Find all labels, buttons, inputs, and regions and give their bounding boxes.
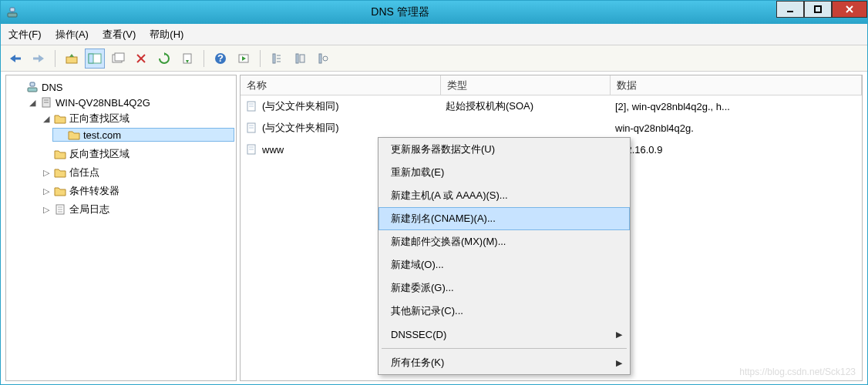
record-icon bbox=[245, 143, 257, 156]
tree-label: 反向查找区域 bbox=[69, 147, 130, 161]
svg-rect-34 bbox=[28, 88, 37, 92]
back-button[interactable] bbox=[5, 49, 25, 69]
collapse-icon[interactable]: ▷ bbox=[42, 205, 51, 215]
svg-rect-31 bbox=[300, 55, 304, 62]
svg-rect-14 bbox=[89, 54, 93, 63]
ctx-all-tasks[interactable]: 所有任务(K)▶ bbox=[378, 351, 630, 374]
column-header-name[interactable]: 名称 bbox=[241, 75, 441, 95]
menu-view[interactable]: 查看(V) bbox=[103, 28, 136, 42]
svg-rect-11 bbox=[66, 57, 77, 63]
ctx-new-cname[interactable]: 新建别名(CNAME)(A)... bbox=[378, 207, 630, 230]
menu-action[interactable]: 操作(A) bbox=[56, 28, 89, 42]
cell-name: (与父文件夹相同) bbox=[262, 121, 339, 135]
submenu-arrow-icon: ▶ bbox=[616, 358, 622, 368]
ctx-reload[interactable]: 重新加载(E) bbox=[378, 161, 630, 184]
toolbar-separator bbox=[55, 50, 56, 67]
tree-global-logs[interactable]: ▷ 全局日志 bbox=[39, 202, 234, 217]
cell-data: 172.16.0.9 bbox=[611, 144, 862, 156]
ctx-label: 新建别名(CNAME)(A)... bbox=[391, 212, 496, 226]
ctx-new-domain[interactable]: 新建域(O)... bbox=[378, 253, 630, 276]
watermark: https://blog.csdn.net/Sck123 bbox=[739, 367, 856, 377]
ctx-new-mx[interactable]: 新建邮件交换器(MX)(M)... bbox=[378, 230, 630, 253]
ctx-label: 新建邮件交换器(MX)(M)... bbox=[391, 235, 506, 249]
tree-conditional-forwarders[interactable]: ▷ 条件转发器 bbox=[39, 183, 234, 199]
window-controls bbox=[776, 1, 867, 24]
submenu-arrow-icon: ▶ bbox=[616, 330, 622, 340]
svg-rect-30 bbox=[296, 54, 298, 63]
ctx-dnssec[interactable]: DNSSEC(D)▶ bbox=[378, 323, 630, 346]
menu-help[interactable]: 帮助(H) bbox=[150, 28, 183, 42]
window-title: DNS 管理器 bbox=[24, 5, 776, 19]
show-hide-tree-button[interactable] bbox=[85, 49, 105, 69]
forward-button[interactable] bbox=[29, 49, 49, 69]
delete-button[interactable] bbox=[131, 49, 151, 69]
column-header-data[interactable]: 数据 bbox=[611, 75, 862, 95]
tree-label: 条件转发器 bbox=[69, 184, 119, 198]
tree-pane[interactable]: DNS ◢ WIN-QV28NBL4Q2G bbox=[5, 75, 237, 381]
filter-button-2[interactable] bbox=[290, 49, 310, 69]
ctx-new-delegation[interactable]: 新建委派(G)... bbox=[378, 276, 630, 300]
tree-label: 正向查找区域 bbox=[69, 112, 130, 126]
svg-rect-26 bbox=[273, 54, 275, 63]
svg-rect-16 bbox=[115, 53, 124, 61]
cell-data: win-qv28nbl4q2g. bbox=[611, 122, 862, 134]
filter-button-3[interactable] bbox=[313, 49, 333, 69]
title-bar: DNS 管理器 bbox=[1, 1, 867, 24]
svg-rect-4 bbox=[815, 6, 821, 12]
ctx-other-record[interactable]: 其他新记录(C)... bbox=[378, 300, 630, 323]
dns-icon bbox=[26, 81, 39, 93]
folder-icon bbox=[54, 112, 66, 125]
expand-icon[interactable]: ◢ bbox=[42, 114, 51, 124]
svg-point-33 bbox=[323, 56, 328, 61]
close-button[interactable] bbox=[832, 1, 867, 18]
tree-forward-zones[interactable]: ◢ 正向查找区域 bbox=[39, 111, 234, 126]
tree-reverse-zones[interactable]: 反向查找区域 bbox=[39, 146, 234, 162]
filter-button-1[interactable] bbox=[267, 49, 287, 69]
help-button[interactable]: ? bbox=[210, 49, 230, 69]
ctx-label: 所有任务(K) bbox=[391, 356, 444, 370]
dns-manager-window: DNS 管理器 文件(F) 操作(A) 查看(V) 帮助(H) ? bbox=[0, 0, 868, 385]
collapse-icon[interactable]: ▷ bbox=[42, 168, 51, 178]
new-window-button[interactable] bbox=[108, 49, 128, 69]
cell-data: [2], win-qv28nbl4q2g., h... bbox=[611, 101, 862, 112]
maximize-button[interactable] bbox=[804, 1, 832, 18]
refresh-button[interactable] bbox=[154, 49, 174, 69]
app-icon bbox=[1, 6, 24, 18]
tree-domain-testcom[interactable]: test.com bbox=[52, 128, 234, 142]
tree-label: DNS bbox=[42, 82, 62, 93]
run-button[interactable] bbox=[234, 49, 254, 69]
list-row[interactable]: (与父文件夹相同) win-qv28nbl4q2g. bbox=[241, 117, 862, 139]
ctx-label: 更新服务器数据文件(U) bbox=[391, 142, 495, 156]
tree-label: WIN-QV28NBL4Q2G bbox=[56, 97, 150, 109]
folder-icon bbox=[54, 148, 66, 160]
ctx-new-host[interactable]: 新建主机(A 或 AAAA)(S)... bbox=[378, 184, 630, 207]
up-button[interactable] bbox=[62, 49, 82, 69]
ctx-update-server-file[interactable]: 更新服务器数据文件(U) bbox=[378, 138, 630, 161]
svg-rect-1 bbox=[10, 8, 15, 12]
export-button[interactable] bbox=[177, 49, 197, 69]
ctx-label: 其他新记录(C)... bbox=[391, 304, 463, 318]
menu-file[interactable]: 文件(F) bbox=[8, 28, 42, 42]
svg-rect-32 bbox=[319, 54, 321, 63]
svg-marker-9 bbox=[39, 55, 44, 62]
ctx-label: 新建委派(G)... bbox=[391, 281, 454, 295]
tree-trust-points[interactable]: ▷ 信任点 bbox=[39, 165, 234, 180]
toolbar-separator bbox=[260, 50, 261, 67]
log-icon bbox=[54, 203, 66, 216]
cell-name: (与父文件夹相同) bbox=[262, 99, 339, 113]
menu-bar: 文件(F) 操作(A) 查看(V) 帮助(H) bbox=[1, 24, 867, 45]
tree-server[interactable]: ◢ WIN-QV28NBL4Q2G bbox=[25, 95, 234, 109]
record-icon bbox=[245, 100, 257, 112]
svg-text:?: ? bbox=[217, 52, 224, 64]
minimize-button[interactable] bbox=[776, 1, 804, 18]
list-row[interactable]: (与父文件夹相同) 起始授权机构(SOA) [2], win-qv28nbl4q… bbox=[241, 95, 862, 117]
list-header: 名称 类型 数据 bbox=[241, 75, 862, 95]
expand-icon[interactable]: ◢ bbox=[28, 98, 37, 108]
toolbar-separator bbox=[204, 50, 204, 67]
tree-root-dns[interactable]: DNS bbox=[11, 80, 234, 94]
ctx-label: 新建主机(A 或 AAAA)(S)... bbox=[391, 189, 508, 203]
column-header-type[interactable]: 类型 bbox=[441, 75, 611, 95]
ctx-label: 重新加载(E) bbox=[391, 166, 444, 179]
collapse-icon[interactable]: ▷ bbox=[42, 186, 51, 196]
folder-icon bbox=[54, 185, 66, 197]
